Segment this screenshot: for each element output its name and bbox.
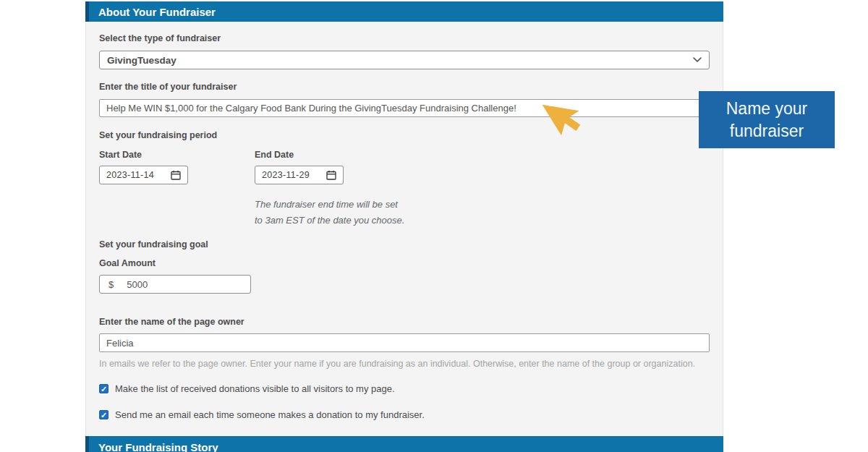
end-time-note-line1: The fundraiser end time will be set: [255, 197, 404, 213]
story-section-title: Your Fundraising Story: [98, 441, 218, 452]
callout-line2: fundraiser: [730, 120, 804, 142]
goal-amount-input[interactable]: $ 5000: [99, 275, 251, 294]
end-time-note-line2: to 3am EST of the date you choose.: [255, 213, 404, 229]
end-date-label: End Date: [255, 150, 294, 160]
name-your-fundraiser-callout: Name your fundraiser: [699, 91, 835, 148]
email-notify-row: Send me an email each time someone makes…: [99, 409, 425, 420]
donations-visible-row: Make the list of received donations visi…: [99, 383, 395, 394]
start-date-value: 2023-11-14: [106, 170, 154, 180]
email-notify-label: Send me an email each time someone makes…: [115, 409, 425, 420]
fundraiser-title-input[interactable]: [99, 99, 710, 117]
end-time-note: The fundraiser end time will be set to 3…: [255, 197, 404, 229]
page-owner-label: Enter the name of the page owner: [99, 317, 244, 327]
goal-amount-label: Goal Amount: [99, 258, 156, 268]
about-section-title: About Your Fundraiser: [98, 6, 216, 18]
page-owner-helper-text: In emails we refer to the page owner. En…: [99, 359, 695, 369]
fundraiser-type-select[interactable]: GivingTuesday: [99, 51, 710, 69]
currency-symbol: $: [109, 279, 114, 290]
about-section-header: About Your Fundraiser: [85, 1, 723, 22]
fundraiser-title-label: Enter the title of your fundraiser: [99, 82, 237, 92]
donations-visible-checkbox[interactable]: [99, 384, 109, 393]
calendar-icon[interactable]: [326, 170, 336, 180]
start-date-input[interactable]: 2023-11-14: [99, 166, 188, 184]
calendar-icon[interactable]: [171, 170, 181, 180]
fundraiser-setup-page: About Your Fundraiser Select the type of…: [0, 0, 868, 452]
start-date-label: Start Date: [99, 150, 142, 160]
donations-visible-label: Make the list of received donations visi…: [115, 383, 395, 394]
page-owner-input[interactable]: [99, 333, 710, 352]
end-date-value: 2023-11-29: [262, 170, 310, 180]
callout-line1: Name your: [726, 98, 807, 120]
end-date-input[interactable]: 2023-11-29: [255, 166, 344, 184]
chevron-down-icon: [693, 57, 702, 63]
email-notify-checkbox[interactable]: [99, 410, 109, 419]
fundraiser-type-selected-value: GivingTuesday: [107, 55, 176, 66]
fundraising-period-label: Set your fundraising period: [99, 130, 217, 140]
fundraiser-type-label: Select the type of fundraiser: [99, 33, 221, 43]
goal-section-label: Set your fundraising goal: [99, 239, 208, 250]
goal-amount-value: 5000: [127, 279, 148, 290]
story-section-header: Your Fundraising Story: [85, 436, 723, 452]
